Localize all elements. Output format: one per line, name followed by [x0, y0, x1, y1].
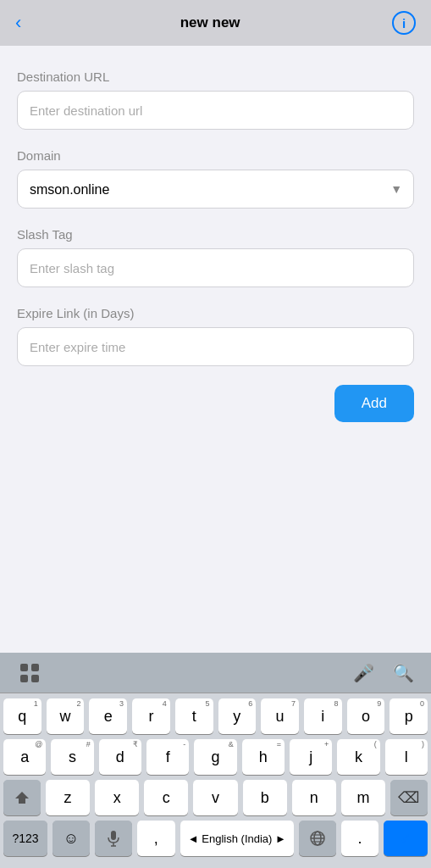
key-z[interactable]: z	[46, 780, 90, 815]
keyboard-row-1: 1q 2w 3e 4r 5t 6y 7u 8i 9o 0p	[3, 698, 428, 734]
globe-key[interactable]	[299, 821, 336, 856]
key-y[interactable]: 6y	[218, 698, 257, 734]
keyboard-toolbar-left	[17, 660, 42, 686]
domain-select-wrapper: smson.online ▼	[17, 170, 414, 209]
globe-icon	[310, 831, 325, 846]
key-g[interactable]: &g	[194, 739, 236, 775]
key-s[interactable]: #s	[51, 739, 93, 775]
page-title: new new	[180, 14, 240, 31]
key-l[interactable]: )l	[385, 739, 428, 775]
svg-rect-1	[31, 664, 39, 671]
form-area: Destination URL Domain smson.online ▼ Sl…	[0, 46, 431, 653]
domain-select[interactable]: smson.online	[17, 170, 414, 209]
add-button-row: Add	[17, 385, 414, 422]
nav-bar: ‹ new new i	[0, 0, 431, 46]
key-a[interactable]: @a	[3, 739, 46, 775]
key-x[interactable]: x	[95, 780, 139, 815]
microphone-icon[interactable]: 🎤	[353, 663, 374, 683]
grid-svg	[19, 662, 41, 684]
shift-icon	[14, 790, 30, 805]
space-key[interactable]: ◄ English (India) ►	[180, 821, 294, 856]
mic-key[interactable]	[95, 821, 132, 856]
return-key[interactable]: ✓	[384, 821, 428, 856]
keyboard-row-3: z x c v b n m ⌫	[3, 780, 428, 815]
keyboard-rows: 1q 2w 3e 4r 5t 6y 7u 8i 9o 0p @a #s ₹d -…	[0, 693, 431, 863]
destination-url-label: Destination URL	[17, 70, 414, 84]
keyboard-toolbar-right: 🎤 🔍	[353, 663, 414, 683]
key-j[interactable]: +j	[290, 739, 332, 775]
mic-small-icon	[107, 830, 120, 847]
key-i[interactable]: 8i	[304, 698, 342, 734]
domain-group: Domain smson.online ▼	[17, 148, 414, 209]
period-key[interactable]: .	[341, 821, 379, 856]
expire-link-input[interactable]	[17, 327, 414, 366]
expire-link-group: Expire Link (in Days)	[17, 306, 414, 366]
add-button[interactable]: Add	[334, 385, 414, 422]
svg-rect-5	[111, 831, 116, 840]
svg-rect-2	[20, 675, 28, 682]
key-p[interactable]: 0p	[390, 698, 428, 734]
key-o[interactable]: 9o	[347, 698, 385, 734]
slash-tag-input[interactable]	[17, 248, 414, 287]
key-c[interactable]: c	[144, 780, 188, 815]
key-q[interactable]: 1q	[3, 698, 41, 734]
key-f[interactable]: -f	[146, 739, 189, 775]
key-e[interactable]: 3e	[89, 698, 127, 734]
svg-marker-4	[15, 792, 29, 804]
keyboard-row-2: @a #s ₹d -f &g =h +j (k )l	[3, 739, 428, 775]
key-d[interactable]: ₹d	[99, 739, 141, 775]
search-icon[interactable]: 🔍	[393, 663, 414, 683]
delete-key[interactable]: ⌫	[390, 780, 428, 815]
key-h[interactable]: =h	[242, 739, 285, 775]
slash-tag-label: Slash Tag	[17, 227, 414, 242]
key-n[interactable]: n	[292, 780, 336, 815]
slash-tag-group: Slash Tag	[17, 227, 414, 287]
destination-url-group: Destination URL	[17, 70, 414, 130]
key-k[interactable]: (k	[337, 739, 379, 775]
key-b[interactable]: b	[243, 780, 287, 815]
svg-rect-3	[31, 675, 39, 682]
numbers-key[interactable]: ?123	[3, 821, 47, 856]
key-u[interactable]: 7u	[261, 698, 299, 734]
shift-key[interactable]	[3, 780, 41, 815]
key-v[interactable]: v	[193, 780, 237, 815]
expire-link-label: Expire Link (in Days)	[17, 306, 414, 320]
backspace-icon: ⌫	[398, 788, 419, 807]
key-w[interactable]: 2w	[47, 698, 85, 734]
key-m[interactable]: m	[341, 780, 385, 815]
grid-icon[interactable]	[17, 660, 42, 686]
info-button[interactable]: i	[392, 11, 416, 35]
keyboard-area: 🎤 🔍 1q 2w 3e 4r 5t 6y 7u 8i 9o 0p @a #s …	[0, 653, 431, 868]
key-r[interactable]: 4r	[132, 698, 170, 734]
svg-rect-0	[20, 664, 28, 671]
domain-label: Domain	[17, 148, 414, 163]
emoji-key[interactable]: ☺	[52, 821, 90, 856]
comma-key[interactable]: ,	[137, 821, 175, 856]
keyboard-row-4: ?123 ☺ , ◄ English (India) ►	[3, 821, 428, 863]
back-button[interactable]: ‹	[15, 8, 28, 37]
destination-url-input[interactable]	[17, 91, 414, 130]
key-t[interactable]: 5t	[175, 698, 213, 734]
keyboard-toolbar: 🎤 🔍	[0, 653, 431, 693]
